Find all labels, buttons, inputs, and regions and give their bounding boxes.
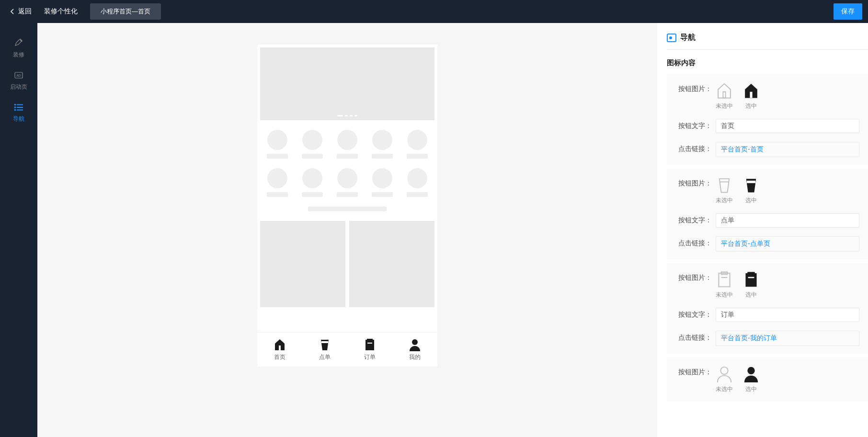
button-text-input[interactable] <box>716 308 859 322</box>
sidebar-item-label: 导航 <box>13 115 24 123</box>
icon-preview-unselected[interactable]: 未选中 <box>716 82 733 110</box>
svg-rect-22 <box>747 272 754 275</box>
button-text-input[interactable] <box>716 119 859 133</box>
sidebar: 装修 AD 启动页 导航 <box>0 23 37 437</box>
tabbar-label: 首页 <box>274 353 286 361</box>
icon-preview-unselected[interactable]: 未选中 <box>716 365 733 393</box>
label-click-link: 点击链接： <box>678 142 716 153</box>
label-button-image: 按钮图片： <box>678 176 716 188</box>
sidebar-item-label: 装修 <box>13 51 24 59</box>
button-text-input[interactable] <box>716 213 859 228</box>
svg-rect-4 <box>14 107 16 108</box>
icon-preview-selected[interactable]: 选中 <box>742 82 760 110</box>
icon-pair: 未选中 选中 <box>716 365 760 393</box>
tabbar-item-orders[interactable]: 订单 <box>347 333 392 367</box>
icon-preview-selected[interactable]: 选中 <box>742 271 760 299</box>
svg-rect-9 <box>321 341 328 343</box>
nav-config-block: 按钮图片： 未选中 选中 按钮文字： 点击链接： 平台首页-我的订单 <box>667 263 868 354</box>
svg-rect-6 <box>14 109 16 111</box>
sidebar-item-splash[interactable]: AD 启动页 <box>0 65 37 97</box>
tabbar-item-mine[interactable]: 我的 <box>392 333 437 367</box>
link-select[interactable]: 平台首页-首页 <box>716 142 859 157</box>
user-icon-off <box>716 365 733 382</box>
tabbar-item-home[interactable]: 首页 <box>257 333 302 367</box>
canvas-area: 首页 点单 订单 我的 <box>37 23 657 437</box>
cup-icon-on <box>742 176 760 194</box>
label-button-text: 按钮文字： <box>678 308 716 319</box>
tabbar-item-order[interactable]: 点单 <box>302 333 347 367</box>
user-icon-on <box>742 365 760 382</box>
panel-header-icon <box>667 34 676 42</box>
app-header: 返回 装修个性化 小程序首页—首页 保存 <box>0 0 868 23</box>
svg-rect-2 <box>14 104 16 105</box>
svg-point-24 <box>720 367 728 374</box>
main-layout: 装修 AD 启动页 导航 <box>0 23 868 437</box>
image-icon: AD <box>14 70 23 80</box>
panel-header: 导航 <box>667 33 868 50</box>
icon-state-label: 选中 <box>745 291 757 299</box>
preview-banner <box>260 47 434 120</box>
sidebar-item-decorate[interactable]: 装修 <box>0 33 37 65</box>
icon-pair: 未选中 选中 <box>716 271 760 299</box>
save-button[interactable]: 保存 <box>834 3 862 20</box>
svg-rect-17 <box>747 181 755 183</box>
label-button-text: 按钮文字： <box>678 213 716 225</box>
tabbar-label: 点单 <box>319 353 331 361</box>
nav-config-block: 按钮图片： 未选中 选中 <box>667 357 868 401</box>
link-select[interactable]: 平台首页-点单页 <box>716 236 859 252</box>
svg-rect-7 <box>17 110 23 111</box>
svg-point-13 <box>412 339 418 345</box>
preview-tabbar[interactable]: 首页 点单 订单 我的 <box>257 332 437 367</box>
home-icon <box>273 338 286 351</box>
banner-dots <box>337 115 357 116</box>
icon-state-label: 未选中 <box>716 291 733 299</box>
section-title: 图标内容 <box>667 58 868 68</box>
svg-rect-18 <box>719 273 730 287</box>
phone-preview: 首页 点单 订单 我的 <box>257 45 437 367</box>
icon-state-label: 选中 <box>745 385 757 393</box>
icon-pair: 未选中 选中 <box>716 82 760 110</box>
label-click-link: 点击链接： <box>678 236 716 248</box>
user-icon <box>408 338 422 351</box>
header-left: 返回 装修个性化 小程序首页—首页 <box>6 3 161 20</box>
link-select[interactable]: 平台首页-我的订单 <box>716 331 859 346</box>
order-icon <box>363 338 377 351</box>
back-button[interactable]: 返回 <box>6 5 35 18</box>
cup-icon-off <box>716 176 733 194</box>
svg-text:AD: AD <box>16 74 21 77</box>
icon-preview-selected[interactable]: 选中 <box>742 365 760 393</box>
preview-icon-grid <box>260 123 434 218</box>
icon-state-label: 未选中 <box>716 385 733 393</box>
label-button-image: 按钮图片： <box>678 271 716 282</box>
svg-rect-15 <box>750 92 752 98</box>
svg-rect-12 <box>367 343 372 344</box>
icon-pair: 未选中 选中 <box>716 176 760 205</box>
icon-preview-selected[interactable]: 选中 <box>742 176 760 205</box>
icon-state-label: 未选中 <box>716 102 733 110</box>
right-panel: 导航 图标内容 按钮图片： 未选中 选中 按钮文字： 点击链接： 平台首页-首页… <box>657 23 868 437</box>
icon-preview-unselected[interactable]: 未选中 <box>716 271 733 299</box>
icon-preview-unselected[interactable]: 未选中 <box>716 176 733 205</box>
page-badge[interactable]: 小程序首页—首页 <box>90 3 161 20</box>
nav-config-block: 按钮图片： 未选中 选中 按钮文字： 点击链接： 平台首页-首页 <box>667 74 868 165</box>
icon-state-label: 选中 <box>745 102 757 110</box>
svg-rect-11 <box>367 339 373 341</box>
svg-rect-10 <box>365 340 374 350</box>
edit-icon <box>14 38 23 48</box>
tabbar-label: 我的 <box>409 353 421 361</box>
breadcrumb[interactable]: 装修个性化 <box>39 5 82 18</box>
preview-image-cards <box>257 221 437 307</box>
icon-state-label: 未选中 <box>716 196 733 205</box>
back-label: 返回 <box>18 7 32 16</box>
svg-rect-5 <box>17 107 23 108</box>
svg-rect-14 <box>723 92 725 98</box>
svg-rect-8 <box>279 345 281 350</box>
svg-rect-21 <box>745 273 756 287</box>
label-button-image: 按钮图片： <box>678 82 716 93</box>
icon-state-label: 选中 <box>745 196 757 205</box>
sidebar-item-nav[interactable]: 导航 <box>0 97 37 129</box>
label-click-link: 点击链接： <box>678 331 716 342</box>
arrow-left-icon <box>10 9 15 14</box>
label-button-image: 按钮图片： <box>678 365 716 377</box>
svg-rect-3 <box>17 104 23 105</box>
